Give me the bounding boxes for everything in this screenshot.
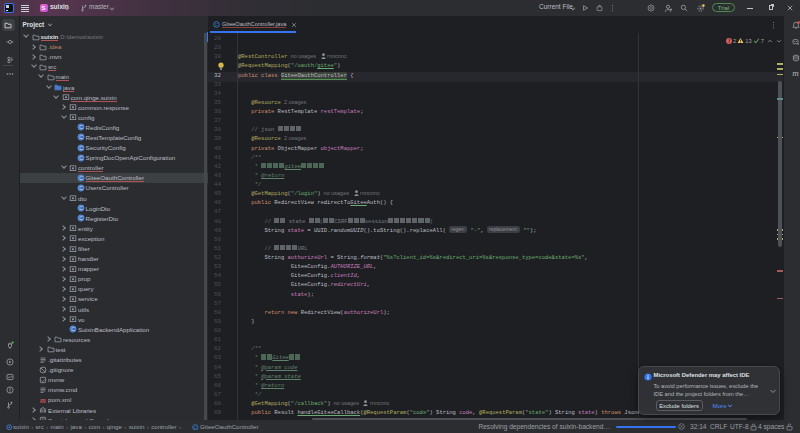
svg-text:C: C	[79, 134, 83, 140]
svg-text:C: C	[79, 175, 83, 181]
svg-text:C: C	[79, 215, 83, 221]
svg-text:m: m	[40, 396, 46, 404]
svg-text:C: C	[79, 154, 83, 160]
svg-text:C: C	[79, 124, 83, 130]
svg-text:C: C	[79, 185, 83, 191]
svg-text:C: C	[214, 22, 217, 27]
svg-text:C: C	[79, 144, 83, 150]
svg-text:C: C	[79, 205, 83, 211]
svg-text:C: C	[194, 424, 197, 429]
svg-text:C: C	[71, 326, 75, 332]
